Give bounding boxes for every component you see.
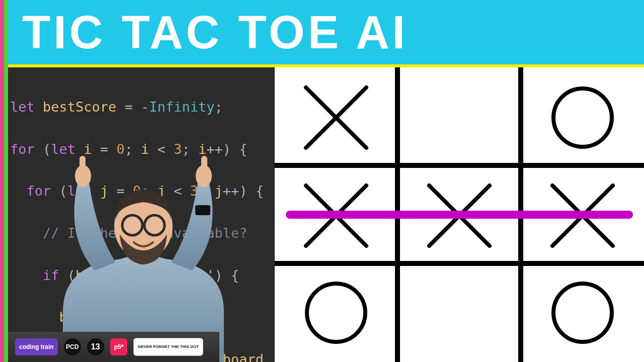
sticker-p5: p5* (110, 338, 128, 355)
cell-0-0 (306, 87, 366, 148)
title-banner: TIC TAC TOE AI (8, 0, 644, 64)
tic-tac-toe-board (275, 67, 644, 362)
cell-2-2 (553, 284, 612, 342)
left-stripe-green (4, 0, 8, 362)
board-svg (275, 67, 644, 362)
code-snippet: let bestScore = -Infinity; for (let i = … (8, 67, 275, 362)
cell-2-0 (307, 284, 365, 342)
title-text: TIC TAC TOE AI (22, 9, 408, 55)
svg-point-9 (307, 284, 365, 342)
laptop-lid: coding train PCD 13 p5* NEVER FORGET THE… (8, 332, 219, 362)
cell-0-2 (553, 88, 612, 147)
left-stripe-pink (0, 0, 4, 362)
thumbnail-frame: TIC TAC TOE AI let bestScore = -Infinity… (0, 0, 644, 362)
sticker-13: 13 (87, 338, 104, 355)
sticker-note: NEVER FORGET THE THIS DOT (133, 338, 203, 356)
svg-point-10 (553, 284, 612, 342)
sticker-coding-train: coding train (15, 338, 58, 355)
sticker-pcd: PCD (64, 338, 81, 355)
svg-point-2 (553, 88, 612, 147)
